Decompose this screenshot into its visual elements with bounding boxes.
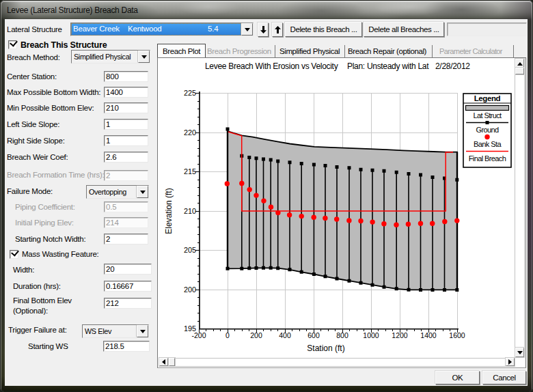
svg-text:Station (ft): Station (ft) [307,344,344,353]
svg-text:Legend: Legend [474,94,501,102]
svg-text:Levee Breach With Erosion vs V: Levee Breach With Erosion vs Velocity [205,61,338,71]
svg-text:225: 225 [184,89,196,97]
svg-text:600: 600 [308,331,320,339]
svg-text:1600: 1600 [449,331,465,339]
svg-text:Elevation (ft): Elevation (ft) [164,188,174,234]
svg-text:1000: 1000 [363,331,379,339]
svg-text:Final Breach: Final Breach [469,154,506,163]
svg-text:Plan: Unsteady with Lat: Plan: Unsteady with Lat [347,61,429,71]
svg-text:0: 0 [226,331,230,339]
svg-text:1400: 1400 [420,331,437,339]
svg-text:400: 400 [279,331,291,339]
svg-text:Bank Sta: Bank Sta [474,140,502,148]
svg-text:-200: -200 [191,331,206,339]
svg-text:220: 220 [184,128,196,137]
svg-text:2/28/2012: 2/28/2012 [435,61,470,71]
svg-text:Lat Struct: Lat Struct [473,111,502,120]
svg-text:Ground: Ground [476,126,499,134]
svg-text:200: 200 [250,331,262,339]
svg-text:210: 210 [184,207,196,215]
svg-text:200: 200 [184,285,196,294]
svg-text:1200: 1200 [392,331,408,339]
svg-text:205: 205 [184,246,196,254]
svg-text:215: 215 [184,167,196,176]
svg-text:800: 800 [336,331,348,339]
